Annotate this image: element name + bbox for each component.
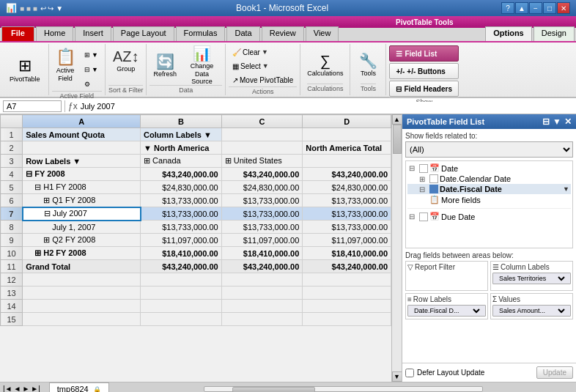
pivot-panel-close-icon[interactable]: ✕ (564, 117, 572, 127)
cell-d10[interactable]: $18,410,000.00 (303, 247, 391, 260)
cell-d11[interactable]: $43,240,000.00 (303, 260, 391, 273)
tab-page-layout[interactable]: Page Layout (113, 26, 174, 41)
cell-d4[interactable]: $43,240,000.00 (303, 168, 391, 181)
quick-access-toolbar[interactable]: ↩ ↪ ▼ (40, 4, 63, 12)
row-header-13[interactable]: 13 (1, 286, 23, 300)
due-date-checkbox[interactable] (419, 212, 428, 221)
change-data-source-button[interactable]: 📊 Change Data Source (182, 46, 222, 84)
cell-c5[interactable]: $24,830,000.00 (221, 181, 303, 194)
scroll-thumb[interactable] (393, 125, 402, 154)
cell-d15[interactable] (303, 313, 391, 326)
cell-b12[interactable] (141, 273, 222, 286)
row-header-11[interactable]: 11 (1, 260, 23, 273)
cell-b5[interactable]: $24,830,000.00 (141, 181, 222, 194)
cell-d12[interactable] (303, 273, 391, 286)
scroll-down-button[interactable]: ▼ (392, 371, 402, 382)
cell-b1[interactable]: Column Labels ▼ (141, 128, 222, 141)
cell-b9[interactable]: $11,097,000.00 (141, 234, 222, 247)
cell-d14[interactable] (303, 300, 391, 313)
cell-c15[interactable] (221, 313, 303, 326)
cell-a6[interactable]: ⊞ Q1 FY 2008 (23, 194, 141, 207)
row-header-14[interactable]: 14 (1, 300, 23, 313)
move-pivot-table-button[interactable]: ↗ Move PivotTable (229, 73, 297, 86)
tab-view[interactable]: View (306, 26, 339, 41)
cell-b6[interactable]: $13,733,000.00 (141, 194, 222, 207)
row-header-3[interactable]: 3 (1, 155, 23, 168)
row-header-15[interactable]: 15 (1, 313, 23, 326)
cell-c2[interactable] (221, 141, 303, 155)
cell-a13[interactable] (23, 286, 141, 300)
field-item-calendar-date[interactable]: ⊞ Date.Calendar Date (407, 174, 571, 184)
cell-d3[interactable] (303, 155, 391, 168)
field-headers-button[interactable]: ⊟ Field Headers (389, 81, 459, 97)
cell-a7[interactable]: ⊟ July 2007 (23, 207, 141, 221)
cell-c3[interactable]: ⊞ United States (221, 155, 303, 168)
cell-c10[interactable]: $18,410,000.00 (221, 247, 303, 260)
expand-field-button[interactable]: ⊞ ▼ (81, 48, 102, 62)
cell-a15[interactable] (23, 313, 141, 326)
calculations-button[interactable]: ∑ Calculations (303, 45, 347, 84)
cell-a12[interactable] (23, 273, 141, 286)
cell-c9[interactable]: $11,097,000.00 (221, 234, 303, 247)
cell-c11[interactable]: $43,240,000.00 (221, 260, 303, 273)
h-scroll-track[interactable] (204, 386, 483, 392)
cell-a8[interactable]: July 1, 2007 (23, 221, 141, 234)
tab-insert[interactable]: Insert (75, 26, 111, 41)
h-scroll-thumb[interactable] (232, 387, 316, 393)
clear-button[interactable]: 🧹 Clear ▼ (229, 45, 297, 59)
scroll-up-button[interactable]: ▲ (392, 114, 402, 125)
field-item-fiscal-date[interactable]: ⊟ Date.Fiscal Date ▼ (407, 184, 571, 194)
cell-d6[interactable]: $13,733,000.00 (303, 194, 391, 207)
cell-a3[interactable]: Row Labels ▼ (23, 155, 141, 168)
prev-sheet-button[interactable]: ◄ (14, 385, 21, 392)
pivot-table-button[interactable]: ⊞ PivotTable (6, 51, 44, 89)
active-field-button[interactable]: 📋 ActiveField (52, 45, 79, 85)
last-sheet-button[interactable]: ►| (31, 385, 40, 392)
fiscal-date-checkbox[interactable] (429, 185, 438, 193)
values-field-select[interactable]: Sales Amount... (496, 306, 567, 315)
pivot-panel-menu-icon[interactable]: ▼ (553, 117, 561, 127)
collapse-field-button[interactable]: ⊟ ▼ (81, 63, 102, 76)
tab-design[interactable]: Design (533, 26, 575, 41)
field-item-due-date[interactable]: ⊟ 📅 Due Date (407, 208, 571, 222)
row-header-6[interactable]: 6 (1, 194, 23, 207)
cell-b7[interactable]: $13,733,000.00 (141, 207, 222, 221)
plus-minus-buttons-button[interactable]: +/- +/- Buttons (389, 63, 459, 79)
tab-options[interactable]: Options (485, 26, 532, 41)
row-header-1[interactable]: 1 (1, 128, 23, 141)
field-list-button[interactable]: ☰ Field List (389, 45, 459, 62)
cell-c13[interactable] (221, 286, 303, 300)
calendar-date-checkbox[interactable] (429, 174, 438, 183)
name-box[interactable] (3, 100, 62, 112)
cell-b4[interactable]: $43,240,000.00 (141, 168, 222, 181)
col-header-c[interactable]: C (221, 115, 303, 128)
cell-c7[interactable]: $13,733,000.00 (221, 207, 303, 221)
row-header-7[interactable]: 7 (1, 207, 23, 221)
field-settings-button[interactable]: ⚙ (81, 78, 102, 91)
cell-d9[interactable]: $11,097,000.00 (303, 234, 391, 247)
cell-b14[interactable] (141, 300, 222, 313)
sheet-tab-tmp6824[interactable]: tmp6824 🔒 (49, 382, 109, 392)
field-item-date[interactable]: ⊟ 📅 Date (407, 163, 571, 174)
cell-d5[interactable]: $24,830,000.00 (303, 181, 391, 194)
close-button[interactable]: ✕ (557, 2, 570, 14)
cell-a11[interactable]: Grand Total (23, 260, 141, 273)
group-button[interactable]: AZ↕ Group (110, 47, 142, 74)
first-sheet-button[interactable]: |◄ (3, 385, 12, 392)
row-header-9[interactable]: 9 (1, 234, 23, 247)
vertical-scrollbar[interactable]: ▲ ▼ (391, 114, 402, 382)
formula-input[interactable] (81, 102, 573, 111)
row-header-4[interactable]: 4 (1, 168, 23, 181)
next-sheet-button[interactable]: ► (22, 385, 29, 392)
cell-a14[interactable] (23, 300, 141, 313)
refresh-button[interactable]: 🔄 Refresh (149, 46, 180, 84)
cell-d2[interactable]: North America Total (303, 141, 391, 155)
cell-b13[interactable] (141, 286, 222, 300)
cell-b8[interactable]: $13,733,000.00 (141, 221, 222, 234)
cell-c4[interactable]: $43,240,000.00 (221, 168, 303, 181)
h-scroll-area[interactable] (111, 382, 576, 392)
cell-a5[interactable]: ⊟ H1 FY 2008 (23, 181, 141, 194)
cell-c8[interactable]: $13,733,000.00 (221, 221, 303, 234)
column-labels-field-sales-territories[interactable]: Sales Territories (492, 273, 571, 284)
cell-a4[interactable]: ⊟ FY 2008 (23, 168, 141, 181)
